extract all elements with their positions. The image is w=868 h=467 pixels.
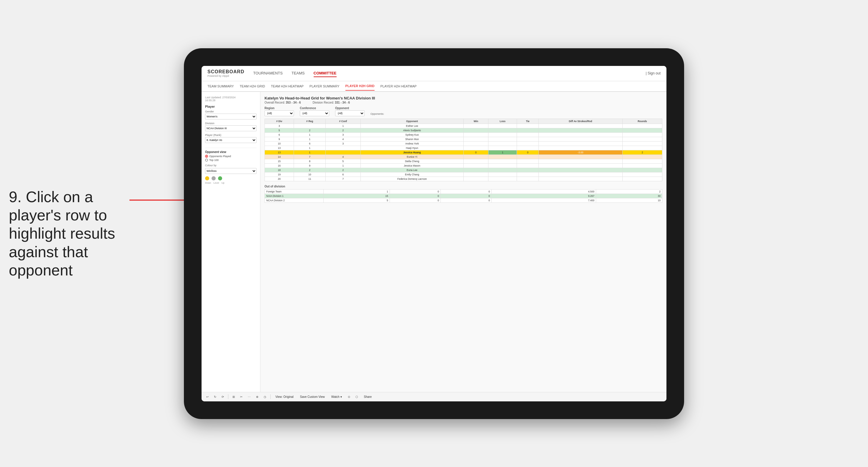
th-rounds: Rounds — [623, 119, 662, 124]
subnav-player-h2h-heatmap[interactable]: PLAYER H2H HEATMAP — [380, 82, 416, 90]
table-row[interactable]: 914Sharon Mun — [265, 137, 662, 141]
nav-tournaments[interactable]: TOURNAMENTS — [253, 70, 283, 77]
filter-row: Region (All) Conference (All) Opponent (… — [265, 106, 662, 116]
opponent-select[interactable]: (All) — [335, 111, 365, 116]
out-row[interactable]: Foreign Team 1 0 0 4.500 2 — [265, 189, 662, 194]
division-select[interactable]: NCAA Division III — [205, 125, 256, 131]
undo-button[interactable]: ↩ — [205, 395, 210, 399]
nav-committee[interactable]: COMMITTEE — [314, 70, 337, 77]
toolbar-icon1[interactable]: ⊙ — [347, 395, 351, 399]
table-row[interactable]: 31Esther Lee — [265, 124, 662, 128]
opponent-view-title: Opponent view — [205, 150, 256, 154]
radio-label-1: Opponents Played — [209, 155, 231, 158]
out-row[interactable]: NAIA Division 1 15 0 0 9.267 30 — [265, 194, 662, 198]
th-tie: Tie — [517, 119, 538, 124]
annotation-body: Click on a player's row to highlight res… — [9, 188, 115, 279]
gender-label: Gender — [205, 110, 256, 113]
out-of-division-table: Foreign Team 1 0 0 4.500 2 NAIA Division… — [265, 189, 662, 203]
table-row[interactable]: 613Sydney Kuo — [265, 132, 662, 137]
player-section-title: Player — [205, 105, 256, 108]
out-of-division-title: Out of division — [265, 185, 662, 188]
main-content: Last Updated: 27/03/2024 16:55:28 Player… — [202, 92, 666, 392]
watch-button[interactable]: Watch ▾ — [330, 395, 344, 399]
filter-conference: Conference (All) — [300, 106, 329, 116]
radio-opponents-played[interactable]: Opponents Played — [205, 155, 256, 158]
th-reg: # Reg — [294, 119, 326, 124]
th-win: Win — [463, 119, 488, 124]
right-panel: Katelyn Vo Head-to-Head Grid for Women's… — [260, 92, 666, 392]
table-row[interactable]: 131Haeji Hyun — [265, 146, 662, 150]
add-button[interactable]: ⊕ — [255, 395, 259, 399]
table-row[interactable]: 1691Jessica Mason — [265, 163, 662, 168]
radio-dot-1 — [205, 155, 208, 158]
nav-teams[interactable]: TEAMS — [291, 70, 305, 77]
tablet-frame: SCOREBOARD Powered by clippd TOURNAMENTS… — [184, 48, 684, 419]
filter-opponent: Opponent (All) — [335, 106, 365, 116]
logo-title: SCOREBOARD — [208, 69, 245, 74]
conference-select[interactable]: (All) — [300, 111, 329, 116]
view-original-button[interactable]: View: Original — [274, 395, 296, 399]
main-table: # Div # Reg # Conf Opponent Win Loss Tie… — [265, 119, 662, 181]
timestamp: Last Updated: 27/03/2024 16:55:28 — [205, 96, 256, 102]
more-button[interactable]: ⋯ — [247, 395, 252, 399]
filter-region: Region (All) — [265, 106, 294, 116]
colour-names: Down Level Up — [205, 182, 256, 184]
share-button[interactable]: Share — [362, 395, 374, 399]
grid-records: Overall Record: 353 - 34 - 6 Division Re… — [265, 101, 662, 104]
annotation-text: 9. Click on a player's row to highlight … — [9, 188, 126, 280]
tablet-screen: SCOREBOARD Powered by clippd TOURNAMENTS… — [202, 66, 666, 401]
table-row[interactable]: 1585Stella Cheng — [265, 159, 662, 163]
time-button[interactable]: ◷ — [262, 395, 268, 399]
radio-top100[interactable]: Top 100 — [205, 159, 256, 161]
subnav-team-h2h-heatmap[interactable]: TEAM H2H HEATMAP — [271, 82, 304, 90]
colour-dot-level — [212, 176, 216, 180]
nav-links: TOURNAMENTS TEAMS COMMITTEE — [253, 70, 646, 77]
redo-button[interactable]: ↻ — [213, 395, 217, 399]
division-label: Division — [205, 122, 256, 125]
colour-dot-up — [218, 176, 222, 180]
subnav-team-h2h-grid[interactable]: TEAM H2H GRID — [240, 82, 265, 90]
opponents-label: Opponents: — [370, 113, 384, 115]
grid-button[interactable]: ⊞ — [231, 395, 236, 399]
nav-sign-out: | Sign out — [646, 71, 661, 75]
colour-dot-down — [205, 176, 209, 180]
colour-section: Colour by Win/loss Down Level Up — [205, 164, 256, 184]
table-row[interactable]: 522Alexis Sudjianto — [265, 128, 662, 132]
th-conf: # Conf — [326, 119, 361, 124]
radio-dot-2 — [205, 159, 208, 161]
refresh-button[interactable]: ⟳ — [220, 395, 225, 399]
bottom-toolbar: ↩ ↻ ⟳ ⊞ ✂ ⋯ ⊕ ◷ View: Original Save Cust… — [202, 392, 666, 401]
logo: SCOREBOARD Powered by clippd — [208, 69, 245, 77]
table-row-highlighted[interactable]: 131Jessica Huang 0 1 0 -3.00 2 — [265, 150, 662, 155]
subnav-team-summary[interactable]: TEAM SUMMARY — [208, 82, 234, 90]
gender-select[interactable]: Women's — [205, 114, 256, 120]
colour-by-label: Colour by — [205, 164, 256, 167]
th-opponent: Opponent — [361, 119, 463, 124]
player-rank-select[interactable]: 8. Katelyn Vo — [205, 137, 256, 143]
player-rank-label: Player (Rank) — [205, 133, 256, 136]
table-row[interactable]: 1474Eunice Yi — [265, 155, 662, 159]
colour-select[interactable]: Win/loss — [205, 168, 256, 174]
overall-record: Overall Record: 353 - 34 - 6 — [265, 101, 301, 104]
table-row[interactable]: 20117Federica Domecq Lacroze — [265, 177, 662, 181]
divider — [205, 148, 256, 148]
toolbar-sep-2 — [270, 394, 271, 399]
cut-button[interactable]: ✂ — [239, 395, 244, 399]
table-row[interactable]: 1063Andrea York — [265, 141, 662, 146]
th-div: # Div — [265, 119, 294, 124]
save-custom-view-button[interactable]: Save Custom View — [298, 395, 327, 399]
subnav-player-summary[interactable]: PLAYER SUMMARY — [310, 82, 340, 90]
subnav-player-h2h-grid[interactable]: PLAYER H2H GRID — [345, 82, 375, 91]
table-row[interactable]: 19106Emily Chang — [265, 172, 662, 177]
out-row[interactable]: NCAA Division 2 5 0 0 7.400 10 — [265, 198, 662, 203]
left-panel: Last Updated: 27/03/2024 16:55:28 Player… — [202, 92, 260, 392]
step-number: 9. — [9, 188, 22, 206]
logo-sub: Powered by clippd — [208, 74, 245, 77]
toolbar-sep-1 — [228, 394, 228, 399]
toolbar-icon2[interactable]: ⬡ — [354, 395, 359, 399]
grid-title: Katelyn Vo Head-to-Head Grid for Women's… — [265, 96, 662, 100]
table-row[interactable]: 1822Euna Lee — [265, 168, 662, 172]
region-select[interactable]: (All) — [265, 111, 294, 116]
th-diff: Diff Av Strokes/Rnd — [538, 119, 622, 124]
nav-bar: SCOREBOARD Powered by clippd TOURNAMENTS… — [202, 66, 666, 81]
